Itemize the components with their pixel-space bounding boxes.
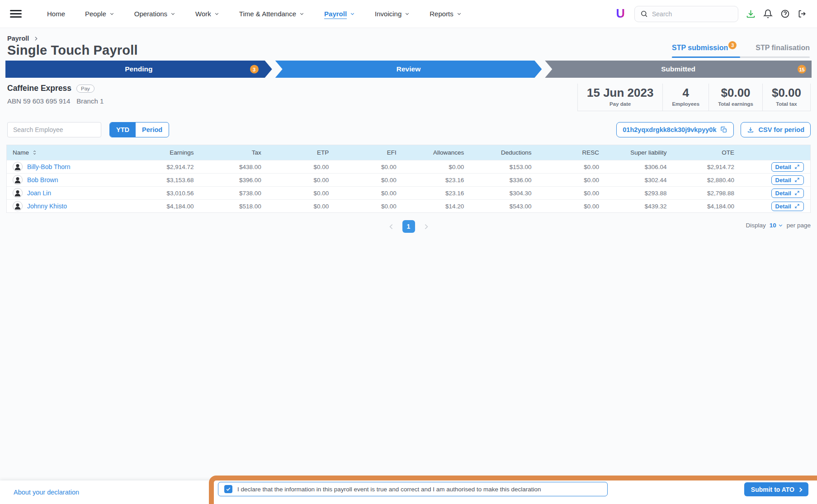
table-row: Joan Lin $3,010.56 $738.00 $0.00 $0.00 $… <box>7 186 810 199</box>
top-navbar: Home People Operations Work Time & Atten… <box>0 0 817 28</box>
step-pending[interactable]: Pending 3 <box>5 61 272 78</box>
stat-pay-date: 15 Jun 2023 Pay date <box>577 84 662 111</box>
next-page-icon[interactable] <box>422 223 430 231</box>
table-row: Johnny Khisto $4,184.00 $518.00 $0.00 $0… <box>7 199 810 212</box>
pay-run-summary: 15 Jun 2023 Pay date 4 Employees $0.00 T… <box>577 84 811 111</box>
chevron-down-icon <box>170 11 175 16</box>
column-deductions: Deductions <box>477 149 544 156</box>
company-info: Caffeine Express Pay ABN 59 603 695 914 … <box>7 84 104 105</box>
download-icon[interactable] <box>746 9 756 19</box>
expand-icon <box>794 164 800 170</box>
nav-item-payroll[interactable]: Payroll <box>324 10 355 18</box>
expand-icon <box>794 203 800 209</box>
table-toolbar: YTD Period 01h2yqxdrgkk8ck30j9vkpyy0k CS… <box>0 122 817 137</box>
declaration-highlight-frame: I declare that the information in this p… <box>209 476 817 504</box>
column-super-liability: Super liability <box>612 149 679 156</box>
breadcrumb-payroll[interactable]: Payroll <box>7 35 29 42</box>
detail-button[interactable]: Detail <box>771 175 804 185</box>
stp-tabs: STP submission3 STP finalisation <box>672 44 810 58</box>
nav-item-operations[interactable]: Operations <box>134 10 175 18</box>
global-search-input[interactable] <box>652 10 732 18</box>
pager: 1 <box>387 220 430 233</box>
logout-icon[interactable] <box>798 9 807 19</box>
declaration-footer: About your declaration I declare that th… <box>0 480 817 504</box>
declaration-text: I declare that the information in this p… <box>237 486 541 493</box>
column-allowances: Allowances <box>409 149 477 156</box>
company-name: Caffeine Express <box>7 84 71 93</box>
stat-total-tax: $0.00 Total tax <box>762 84 810 111</box>
chevron-down-icon <box>109 11 114 16</box>
pay-badge: Pay <box>76 85 94 93</box>
nav-item-invoicing[interactable]: Invoicing <box>375 10 410 18</box>
pagination-row: 1 Display 10 per page <box>0 220 817 234</box>
sort-icon <box>32 150 38 155</box>
event-id-copy-button[interactable]: 01h2yqxdrgkk8ck30j9vkpyy0k <box>616 122 734 137</box>
step-submitted[interactable]: Submitted 15 <box>545 61 812 78</box>
column-etp: ETP <box>274 149 341 156</box>
submit-to-ato-button[interactable]: Submit to ATO <box>744 482 808 496</box>
tab-stp-finalisation[interactable]: STP finalisation <box>756 44 810 52</box>
previous-page-icon[interactable] <box>387 223 395 231</box>
tab-stp-submission[interactable]: STP submission3 <box>672 44 737 52</box>
chevron-right-icon <box>798 487 803 492</box>
notifications-bell-icon[interactable] <box>763 9 773 19</box>
avatar <box>13 201 23 211</box>
avatar <box>13 188 23 198</box>
stp-status-stepper: Pending 3 Review Submitted 15 <box>5 61 812 78</box>
stp-employee-table: Name Earnings Tax ETP EFI Allowances Ded… <box>6 145 811 213</box>
csv-for-period-button[interactable]: CSV for period <box>741 122 811 137</box>
detail-button[interactable]: Detail <box>771 202 804 211</box>
nav-item-reports[interactable]: Reports <box>430 10 462 18</box>
toggle-period[interactable]: Period <box>136 122 169 137</box>
ytd-period-toggle: YTD Period <box>109 122 169 137</box>
app-logo: U <box>616 7 625 21</box>
declaration-box: I declare that the information in this p… <box>218 482 608 496</box>
employee-search-input[interactable] <box>7 122 101 137</box>
table-header-row: Name Earnings Tax ETP EFI Allowances Ded… <box>7 145 810 160</box>
expand-icon <box>794 190 800 196</box>
pending-count-badge: 3 <box>250 65 259 74</box>
chevron-down-icon <box>214 11 219 16</box>
column-efi: EFI <box>341 149 409 156</box>
navbar-right: U <box>616 6 808 22</box>
step-review[interactable]: Review <box>275 61 542 78</box>
nav-item-people[interactable]: People <box>85 10 114 18</box>
column-resc: RESC <box>544 149 612 156</box>
table-row: Bob Brown $3,153.68 $396.00 $0.00 $0.00 … <box>7 173 810 186</box>
detail-button[interactable]: Detail <box>771 188 804 198</box>
employee-name-link[interactable]: Bob Brown <box>27 176 58 184</box>
breadcrumb: Payroll <box>0 28 817 42</box>
nav-item-work[interactable]: Work <box>195 10 219 18</box>
expand-icon <box>794 177 800 183</box>
help-icon[interactable] <box>780 9 790 19</box>
sort-by-name[interactable]: Name <box>13 149 38 156</box>
chevron-down-icon <box>778 223 783 228</box>
company-summary-row: Caffeine Express Pay ABN 59 603 695 914 … <box>0 78 817 111</box>
detail-button[interactable]: Detail <box>771 162 804 172</box>
nav-item-time-attendance[interactable]: Time & Attendance <box>239 10 304 18</box>
chevron-down-icon <box>405 11 410 16</box>
employee-name-link[interactable]: Johnny Khisto <box>27 203 67 210</box>
chevron-down-icon <box>457 11 462 16</box>
per-page-control: Display 10 per page <box>746 222 811 229</box>
declaration-checkbox[interactable] <box>224 485 232 493</box>
page-number-button[interactable]: 1 <box>402 220 415 233</box>
avatar <box>13 175 23 185</box>
toggle-ytd[interactable]: YTD <box>110 122 136 137</box>
download-icon <box>747 126 754 133</box>
stat-total-earnings: $0.00 Total earnings <box>708 84 762 111</box>
main-menu: Home People Operations Work Time & Atten… <box>47 10 462 18</box>
company-abn: ABN 59 603 695 914 <box>7 97 70 105</box>
table-row: Billy-Bob Thorn $2,914.72 $438.00 $0.00 … <box>7 160 810 173</box>
tab-submission-count-badge: 3 <box>728 41 737 49</box>
about-declaration-link[interactable]: About your declaration <box>14 489 79 496</box>
stat-employees: 4 Employees <box>662 84 708 111</box>
employee-name-link[interactable]: Billy-Bob Thorn <box>27 163 70 170</box>
global-search[interactable] <box>634 6 738 22</box>
employee-name-link[interactable]: Joan Lin <box>27 189 51 197</box>
company-branch: Branch 1 <box>76 97 104 105</box>
hamburger-menu-icon[interactable] <box>10 8 22 19</box>
search-icon <box>640 10 648 18</box>
per-page-dropdown[interactable]: 10 <box>770 222 783 229</box>
nav-item-home[interactable]: Home <box>47 10 65 18</box>
